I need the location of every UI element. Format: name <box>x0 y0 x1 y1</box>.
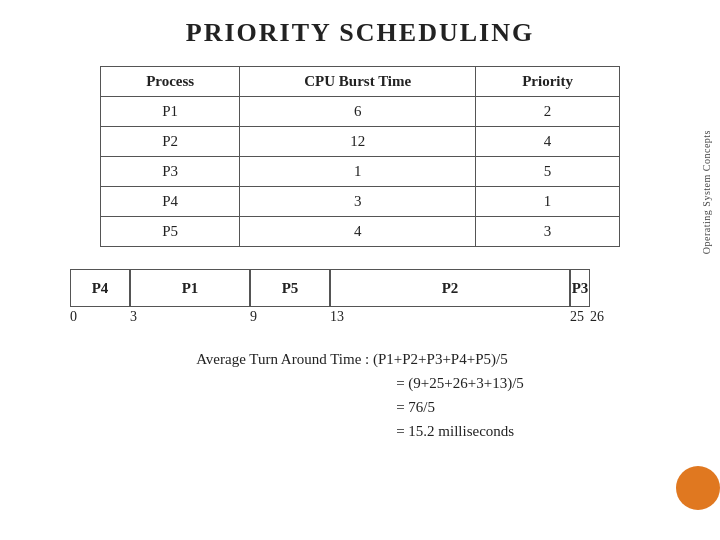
table-row: P2124 <box>101 127 620 157</box>
table-cell-priority: 4 <box>476 127 620 157</box>
table-cell-priority: 5 <box>476 157 620 187</box>
gantt-time-label: 9 <box>250 309 257 325</box>
gantt-time-label: 3 <box>130 309 137 325</box>
gantt-time-label: 13 <box>330 309 344 325</box>
gantt-cell-p3: P3 <box>570 269 590 307</box>
col-header-priority: Priority <box>476 67 620 97</box>
gantt-time-label: 25 <box>570 309 584 325</box>
table-cell-burst: 6 <box>240 97 476 127</box>
page-title: Priority Scheduling <box>186 18 534 48</box>
gantt-bar-row: P4P1P5P2P3 <box>70 269 650 307</box>
col-header-process: Process <box>101 67 240 97</box>
title-text: Priority Scheduling <box>186 18 534 47</box>
table-cell-priority: 3 <box>476 217 620 247</box>
table-cell-priority: 1 <box>476 187 620 217</box>
table-cell-burst: 12 <box>240 127 476 157</box>
table-row: P431 <box>101 187 620 217</box>
content-wrapper: Process CPU Burst Time Priority P162P212… <box>20 66 700 443</box>
table-row: P315 <box>101 157 620 187</box>
gantt-cell-p1: P1 <box>130 269 250 307</box>
table-cell-process: P4 <box>101 187 240 217</box>
table-cell-priority: 2 <box>476 97 620 127</box>
avg-line2: = (9+25+26+3+13)/5 <box>196 371 524 395</box>
table-cell-burst: 3 <box>240 187 476 217</box>
gantt-cell-p5: P5 <box>250 269 330 307</box>
gantt-cell-p2: P2 <box>330 269 570 307</box>
gantt-labels-row: 039132526 <box>70 309 590 329</box>
process-table: Process CPU Burst Time Priority P162P212… <box>100 66 620 247</box>
table-cell-process: P1 <box>101 97 240 127</box>
page-container: Priority Scheduling Process CPU Burst Ti… <box>0 0 720 540</box>
col-header-burst: CPU Burst Time <box>240 67 476 97</box>
table-cell-burst: 4 <box>240 217 476 247</box>
gantt-time-label: 26 <box>590 309 604 325</box>
table-cell-burst: 1 <box>240 157 476 187</box>
table-row: P162 <box>101 97 620 127</box>
table-row: P543 <box>101 217 620 247</box>
orange-circle <box>676 466 720 510</box>
average-section: Average Turn Around Time : (P1+P2+P3+P4+… <box>196 347 524 443</box>
table-cell-process: P2 <box>101 127 240 157</box>
avg-line4: = 15.2 milliseconds <box>196 419 524 443</box>
table-cell-process: P3 <box>101 157 240 187</box>
avg-line3: = 76/5 <box>196 395 524 419</box>
avg-line1: Average Turn Around Time : (P1+P2+P3+P4+… <box>196 347 524 371</box>
gantt-time-label: 0 <box>70 309 77 325</box>
gantt-section: P4P1P5P2P3 039132526 <box>70 269 650 329</box>
table-cell-process: P5 <box>101 217 240 247</box>
side-text: Operating System Concepts <box>701 130 712 254</box>
gantt-cell-p4: P4 <box>70 269 130 307</box>
